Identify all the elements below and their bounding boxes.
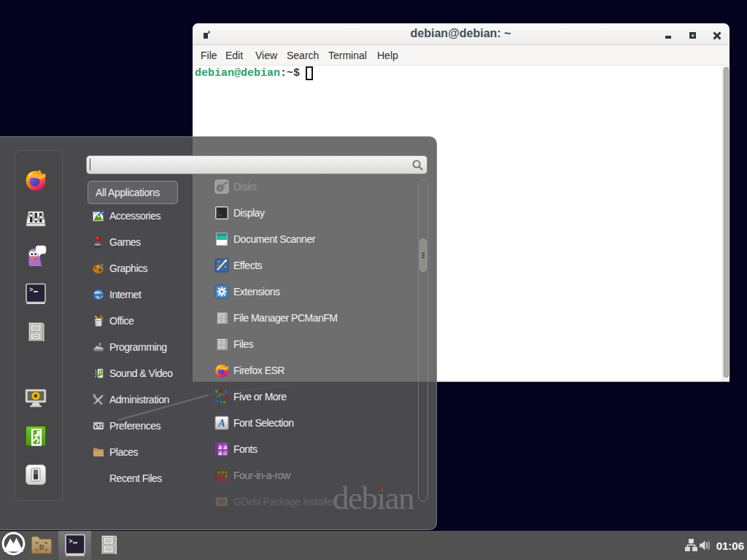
svg-text:a: a — [223, 448, 227, 456]
svg-text:a: a — [218, 448, 222, 456]
svg-text:>: > — [69, 538, 72, 545]
svg-text:A: A — [217, 418, 225, 429]
svg-text:>: > — [29, 287, 33, 294]
svg-text:D: D — [39, 543, 44, 552]
